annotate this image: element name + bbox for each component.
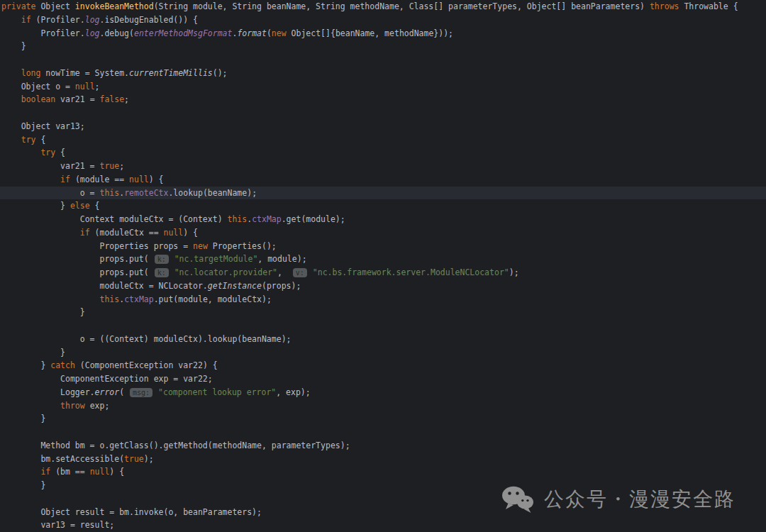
code-token-def[interactable]: } [1,360,50,370]
code-token-def[interactable]: ) { [109,467,124,477]
code-token-kw[interactable]: this [99,294,119,304]
code-token-def[interactable] [308,267,313,277]
code-token-def[interactable]: (String module, String beanName, String … [154,1,650,11]
code-token-def[interactable]: var21 = [55,94,99,104]
code-token-def[interactable] [170,267,174,277]
code-token-fld[interactable]: ctxMap [252,214,282,224]
code-token-kw[interactable]: new [193,241,208,251]
code-token-kw[interactable]: catch [50,360,75,370]
code-token-def[interactable]: } [1,414,45,423]
code-line[interactable]: if (bm == null) { [0,465,766,479]
code-token-sfld[interactable]: log [85,28,100,38]
code-token-def[interactable] [1,15,21,25]
code-line[interactable]: moduleCtx = NCLocator.getInstance(props)… [0,279,766,293]
code-line[interactable]: ComponentException exp = var22; [0,372,766,386]
code-token-def[interactable]: .debug( [99,28,133,38]
code-token-def[interactable]: Object result = bm.invoke(o, beanParamet… [1,507,262,517]
code-token-def[interactable]: o = [1,188,99,198]
code-token-smth[interactable]: format [237,28,267,38]
code-token-def[interactable]: Object[]{beanName, methodName})); [287,28,453,38]
code-token-def[interactable]: } [1,348,65,358]
code-line[interactable]: Object var13; [0,120,766,133]
code-token-def[interactable]: (module == [70,174,129,184]
code-token-def[interactable]: moduleCtx = NCLocator. [1,281,208,291]
code-line[interactable]: } [0,40,766,53]
code-token-def[interactable]: (bm == [50,467,89,477]
code-token-def[interactable]: .put(module, moduleCtx); [154,294,272,304]
code-line[interactable] [0,106,766,120]
code-token-def[interactable]: Logger. [1,387,95,397]
code-token-str[interactable]: "nc.bs.framework.server.ModuleNCLocator" [313,267,509,277]
code-token-str[interactable]: "nc.targetModule" [174,254,258,264]
code-token-def[interactable]: var21 = [1,161,99,171]
code-line[interactable]: Object o = null; [0,80,766,94]
code-token-kw[interactable]: true [124,454,144,464]
code-token-def[interactable]: ; [119,161,124,171]
code-token-def[interactable]: ; [124,94,129,104]
code-line[interactable]: Profiler.log.debug(enterMethodMsgFormat.… [0,27,766,40]
code-token-mth[interactable]: invokeBeanMethod [75,1,154,11]
code-token-def[interactable]: ) { [149,174,164,184]
code-area[interactable]: private Object invokeBeanMethod(String m… [0,0,766,532]
code-line[interactable]: Context moduleCtx = (Context) this.ctxMa… [0,213,766,226]
code-token-def[interactable] [1,135,21,145]
code-editor[interactable]: private Object invokeBeanMethod(String m… [0,0,766,532]
code-line[interactable]: Logger.error( msg: "component lookup err… [0,386,766,399]
code-token-kw[interactable]: new [272,28,287,38]
code-token-kw[interactable]: null [164,228,184,238]
code-token-def[interactable]: Properties(); [208,241,277,251]
code-token-def[interactable]: { [35,135,45,145]
code-line[interactable]: try { [0,133,766,147]
code-token-kw[interactable]: if [21,15,31,25]
code-token-fld[interactable]: ctxMap [124,294,154,304]
code-token-kw[interactable]: throws [650,1,679,11]
code-line[interactable] [0,53,766,67]
code-token-def[interactable]: (props); [262,281,301,291]
code-line[interactable]: bm.setAccessible(true); [0,453,766,466]
code-token-smth[interactable]: currentTimeMillis [129,68,213,78]
code-line[interactable]: this.ctxMap.put(module, moduleCtx); [0,293,766,306]
code-line[interactable]: if (moduleCtx == null) { [0,226,766,240]
code-token-kw[interactable]: long [21,68,41,78]
code-token-def[interactable]: .get(module); [282,214,345,224]
code-line[interactable] [0,426,766,439]
code-token-kw[interactable]: null [129,174,149,184]
code-line[interactable]: } [0,346,766,360]
code-token-def[interactable]: (moduleCtx == [90,228,164,238]
code-token-def[interactable]: nowTime = System. [40,68,129,78]
code-token-def[interactable]: props.put( [1,254,154,264]
code-token-sfld[interactable]: log [85,15,100,25]
code-token-def[interactable]: { [90,201,100,211]
code-line[interactable]: throw exp; [0,399,766,413]
code-line[interactable]: private Object invokeBeanMethod(String m… [0,0,766,13]
code-token-def[interactable] [1,94,21,104]
code-token-hint[interactable]: v: [293,268,307,277]
code-token-smth[interactable]: getInstance [208,281,262,291]
code-line[interactable]: } catch (ComponentException var22) { [0,359,766,372]
code-token-def[interactable]: , [277,267,292,277]
code-token-kw[interactable]: if [80,228,90,238]
code-line[interactable]: long nowTime = System.currentTimeMillis(… [0,67,766,80]
code-token-def[interactable] [170,254,174,264]
code-token-smth[interactable]: error [95,387,120,397]
code-line[interactable]: var21 = true; [0,160,766,173]
code-token-kw[interactable]: null [75,82,95,92]
code-token-def[interactable]: ) { [183,228,198,238]
code-token-def[interactable]: (); [213,68,228,78]
code-token-str[interactable]: "nc.locator.provider" [174,267,277,277]
code-line[interactable]: } [0,306,766,319]
code-token-kw[interactable]: else [70,201,90,211]
code-line[interactable]: } [0,412,766,426]
code-token-kw[interactable]: this [99,188,119,198]
code-token-def[interactable]: var13 = result; [1,520,114,530]
code-token-str[interactable]: "component lookup error" [158,387,276,397]
code-token-def[interactable]: exp; [85,401,110,411]
code-line[interactable]: boolean var21 = false; [0,93,766,106]
code-token-def[interactable]: , module); [257,254,306,264]
code-token-def[interactable]: ; [95,82,100,92]
code-token-def[interactable] [1,401,60,411]
code-token-kw[interactable]: try [21,135,36,145]
code-token-def[interactable]: , exp); [276,387,310,397]
code-token-def[interactable]: ); [144,454,154,464]
code-token-sfld[interactable]: enterMethodMsgFormat [134,28,232,38]
